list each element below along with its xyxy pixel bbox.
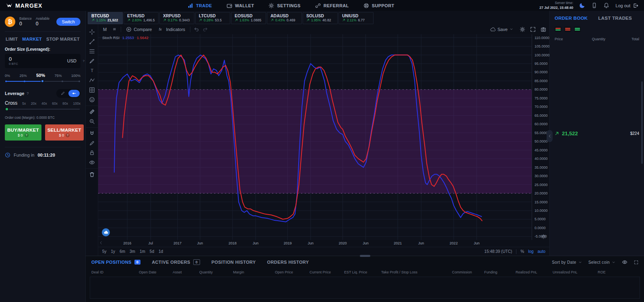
- toggle-columns-eye-icon[interactable]: [622, 259, 627, 265]
- magnet-icon[interactable]: [89, 130, 95, 137]
- ticker-adausd[interactable]: ADAUSD 0.43% 0.469: [267, 12, 302, 24]
- trendline-icon[interactable]: [89, 39, 95, 45]
- tab-market[interactable]: MARKET: [22, 37, 42, 41]
- indicator-legend[interactable]: Stoch RSI 1.2553 1.5642: [102, 35, 149, 40]
- range-1m[interactable]: 1m: [140, 249, 145, 254]
- chart-style-candles-icon[interactable]: [111, 26, 118, 32]
- compare-button[interactable]: Compare: [124, 26, 153, 33]
- nav-referral[interactable]: REFERRAL: [315, 3, 349, 8]
- ticker-ethusd[interactable]: ETHUSD 2.83% 1,496.5: [124, 12, 159, 24]
- order-book-body[interactable]: 21,522 $224: [555, 41, 639, 252]
- chart-settings-gear-icon[interactable]: [520, 27, 525, 32]
- snapshot-camera-icon[interactable]: [541, 27, 546, 32]
- range-5y[interactable]: 5y: [102, 249, 107, 254]
- nav-support[interactable]: SUPPORT: [363, 3, 394, 8]
- eye-icon[interactable]: [89, 159, 95, 165]
- theme-moon-icon[interactable]: [579, 2, 585, 8]
- view-both-sides-icon[interactable]: [555, 27, 561, 32]
- sort-by-select[interactable]: Sort by Date: [552, 260, 582, 265]
- undo-icon[interactable]: [194, 27, 199, 32]
- switch-button[interactable]: Switch: [56, 18, 80, 26]
- size-slider-thumb[interactable]: [41, 79, 44, 83]
- tab-orders-history[interactable]: ORDERS HISTORY: [267, 260, 309, 265]
- coin-filter-select[interactable]: Select coin: [588, 260, 615, 265]
- nav-wallet[interactable]: WALLET: [227, 3, 254, 8]
- time-axis[interactable]: 2016Jul2017Jun2018Jun2019Jun2020Jun2021J…: [98, 240, 549, 247]
- order-book-scrollbar[interactable]: [641, 81, 643, 164]
- scroll-left-icon[interactable]: [99, 241, 103, 245]
- last-price-total: $224: [630, 131, 639, 136]
- ticker-symbol: ETHUSD: [127, 13, 155, 18]
- margin-mode-label[interactable]: Cross: [5, 100, 17, 106]
- crosshair-icon[interactable]: [89, 29, 95, 35]
- range-1d[interactable]: 1d: [159, 249, 163, 254]
- tab-stop-market[interactable]: STOP MARKET: [46, 37, 80, 41]
- zoom-icon[interactable]: [89, 118, 95, 124]
- nav-trade[interactable]: TRADE: [188, 3, 212, 8]
- measure-icon[interactable]: [89, 109, 95, 115]
- draw-icon[interactable]: [89, 140, 95, 146]
- redo-icon[interactable]: [202, 27, 208, 32]
- trash-icon[interactable]: [89, 172, 95, 178]
- range-5d[interactable]: 5d: [150, 249, 154, 254]
- ticker-uniusd[interactable]: UNIUSD 2.11% 6.77: [339, 12, 374, 24]
- ticker-ltcusd[interactable]: LTCUSD 0.28% 53.5: [195, 12, 230, 24]
- leverage-slider-mode-icon[interactable]: [68, 90, 80, 97]
- brush-icon[interactable]: [89, 58, 95, 64]
- range-1y[interactable]: 1y: [111, 249, 116, 254]
- save-layout-button[interactable]: Save: [488, 26, 515, 33]
- indicator-plot[interactable]: Stoch RSI 1.2553 1.5642: [98, 34, 532, 240]
- expand-panel-icon[interactable]: [634, 260, 638, 265]
- view-bids-only-icon[interactable]: [574, 27, 581, 32]
- ticker-xrpusd[interactable]: XRPUSD 0.17% 0.3443: [159, 12, 194, 24]
- mobile-app-icon[interactable]: [591, 2, 597, 8]
- tradingview-cloud-icon[interactable]: [102, 228, 110, 236]
- size-slider[interactable]: [5, 79, 80, 83]
- column-header: Open Price: [275, 270, 310, 274]
- size-slider-current[interactable]: 50%: [36, 73, 45, 78]
- tab-active-orders[interactable]: ACTIVE ORDERS0: [152, 259, 200, 265]
- scale-percent-button[interactable]: %: [520, 249, 524, 254]
- tab-order-book[interactable]: ORDER BOOK: [555, 16, 588, 21]
- tab-open-positions[interactable]: OPEN POSITIONS0: [91, 260, 140, 265]
- lock-icon[interactable]: [89, 150, 95, 156]
- tab-position-history[interactable]: POSITION HISTORY: [211, 260, 256, 265]
- ticker-change: 1.95%: [311, 18, 321, 22]
- last-price-row[interactable]: 21,522 $224: [555, 130, 639, 137]
- indicators-button[interactable]: fxIndicators: [157, 26, 187, 33]
- notifications-bell-icon[interactable]: [603, 2, 609, 8]
- sell-market-button[interactable]: SELL/MARKET $ 0?: [45, 124, 84, 141]
- fullscreen-icon[interactable]: [530, 27, 536, 32]
- horizontal-scrollbar[interactable]: [360, 255, 370, 257]
- emoji-icon[interactable]: [89, 97, 95, 103]
- logout-button[interactable]: Log out: [615, 3, 638, 8]
- leverage-slider-thumb[interactable]: [5, 107, 9, 111]
- pattern-icon[interactable]: [89, 77, 95, 83]
- active-orders-count: 0: [193, 259, 200, 265]
- scale-auto-button[interactable]: auto: [538, 249, 545, 254]
- range-3m[interactable]: 3m: [130, 249, 135, 254]
- range-6m[interactable]: 6m: [120, 249, 125, 254]
- text-icon[interactable]: T: [89, 68, 95, 74]
- tab-limit[interactable]: LIMIT: [6, 37, 18, 41]
- timeframe-button[interactable]: M: [101, 26, 108, 33]
- buy-market-button[interactable]: BUY/MARKET $ 0?: [5, 124, 41, 141]
- positions-table-body[interactable]: [90, 277, 640, 299]
- leverage-slider[interactable]: [5, 107, 80, 112]
- ticker-eosusd[interactable]: EOSUSD 1.63% 1.0885: [231, 12, 266, 24]
- order-size-input[interactable]: 0 0 BTC USD: [5, 54, 80, 68]
- ticker-btcusd[interactable]: BTCUSD 1.15% 21,522: [88, 12, 123, 24]
- leverage-edit-pencil-icon[interactable]: [57, 90, 68, 97]
- fib-icon[interactable]: [89, 48, 95, 54]
- ticker-solusd[interactable]: SOLUSD 1.95% 40.82: [303, 12, 338, 24]
- column-header: Quantity: [199, 270, 233, 274]
- tab-last-trades[interactable]: LAST TRADES: [598, 16, 632, 21]
- nav-settings[interactable]: SETTINGS: [268, 3, 300, 8]
- leverage-help-icon[interactable]: ?: [27, 91, 29, 95]
- scale-log-button[interactable]: log: [528, 249, 533, 254]
- forecast-icon[interactable]: [89, 87, 95, 93]
- order-size-help-icon[interactable]: ?: [83, 59, 85, 63]
- range-row: 5y1y6m3m1m5d1d 15:48:39 (UTC) % log auto: [98, 247, 549, 256]
- panel-collapse-handle[interactable]: [547, 130, 553, 142]
- view-asks-only-icon[interactable]: [564, 27, 571, 32]
